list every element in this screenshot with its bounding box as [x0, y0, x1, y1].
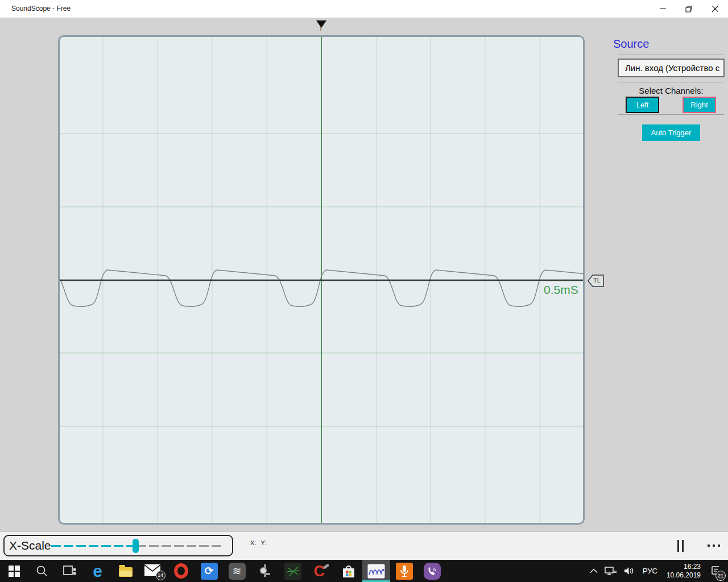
taskbar-item-file-explorer[interactable]	[111, 560, 139, 582]
taskbar-item-voice-recorder[interactable]	[390, 560, 418, 582]
tray-volume-button[interactable]	[621, 560, 638, 582]
chevron-up-icon	[590, 568, 598, 573]
taskbar-item-globe-app[interactable]: ≋	[223, 560, 251, 582]
taskbar-item-edge[interactable]: e	[84, 560, 111, 582]
notification-center-button[interactable]: 21	[708, 564, 722, 579]
shareit-icon: ⟳	[201, 563, 218, 580]
task-view-icon	[63, 566, 76, 577]
pause-icon	[677, 540, 679, 552]
language-indicator[interactable]: РУС	[638, 560, 662, 582]
close-icon	[712, 6, 718, 12]
right-channel-button[interactable]: Right	[682, 97, 716, 113]
cursor-coordinates: X:Y:	[250, 539, 271, 546]
pause-button[interactable]	[677, 540, 686, 552]
taskbar-clock[interactable]: 16:23 10.06.2019	[662, 560, 705, 582]
opera-browser-icon	[174, 563, 188, 579]
ms-store-icon	[341, 563, 356, 579]
more-options-icon	[708, 544, 710, 547]
taskbar-item-opera[interactable]	[167, 560, 195, 582]
y-coordinate-label: Y:	[260, 539, 266, 546]
time-per-division-label: 0.5mS	[544, 283, 578, 297]
clock-date: 10.06.2019	[667, 571, 701, 580]
trigger-level-tag-label: TL	[593, 277, 601, 284]
audio-device-value: Лин. вход (Устройство с	[619, 63, 719, 73]
more-options-icon	[718, 544, 720, 547]
glitch-app-icon	[284, 563, 301, 580]
title-bar: SoundScope - Free	[0, 0, 728, 18]
panel-divider	[618, 114, 724, 115]
restore-icon	[685, 6, 692, 13]
voice-recorder-icon	[396, 563, 413, 580]
speaker-icon	[624, 567, 635, 575]
taskbar-item-viber[interactable]	[418, 560, 446, 582]
start-button[interactable]	[0, 560, 28, 582]
viber-icon	[424, 563, 441, 580]
application-window: SoundScope - Free T 0.5mS TL So	[0, 0, 728, 582]
tray-network-button[interactable]	[601, 560, 621, 582]
system-tray: РУС 16:23 10.06.2019 21	[586, 560, 728, 582]
taskbar-item-shareit[interactable]: ⟳	[195, 560, 223, 582]
bottom-control-bar: X-Scale X:Y:	[0, 531, 728, 560]
taskbar-item-soundscope-active[interactable]	[362, 560, 390, 582]
slider-track-filled	[51, 545, 136, 547]
slider-track-rest	[136, 545, 222, 547]
taskbar: e 14 ⟳ ≋	[0, 560, 728, 582]
close-button[interactable]	[702, 0, 728, 18]
edge-browser-icon: e	[93, 563, 102, 580]
x-coordinate-label: X:	[250, 539, 256, 546]
oscilloscope-trace	[60, 37, 583, 523]
minimize-icon	[660, 6, 666, 12]
taskbar-item-ms-store[interactable]	[334, 560, 362, 582]
notification-count-badge: 21	[715, 571, 726, 581]
oscilloscope-display: 0.5mS	[58, 35, 585, 525]
windows-logo-icon	[9, 566, 20, 577]
task-view-button[interactable]	[56, 560, 84, 582]
soundscope-app-icon	[367, 564, 385, 579]
pause-icon	[682, 540, 684, 552]
panel-divider	[618, 82, 724, 82]
file-explorer-icon	[119, 567, 133, 577]
taskbar-item-ccleaner[interactable]: C	[307, 560, 334, 582]
audio-device-combobox[interactable]: Лин. вход (Устройство с	[618, 59, 725, 77]
x-scale-panel: X-Scale	[3, 535, 233, 556]
ccleaner-icon: C	[312, 563, 329, 580]
auto-trigger-button[interactable]: Auto Trigger	[642, 124, 700, 141]
left-channel-button[interactable]: Left	[626, 97, 659, 113]
tool-app-icon	[259, 563, 271, 579]
trigger-level-icon[interactable]: TL	[588, 274, 605, 288]
window-title: SoundScope - Free	[11, 5, 71, 13]
x-scale-label: X-Scale	[9, 539, 51, 552]
x-scale-slider-thumb[interactable]	[133, 539, 139, 553]
globe-app-icon: ≋	[229, 563, 246, 580]
clock-time: 16:23	[667, 563, 701, 571]
taskbar-search-button[interactable]	[28, 560, 56, 582]
source-panel-title: Source	[613, 38, 649, 51]
taskbar-item-tool-app[interactable]	[251, 560, 279, 582]
taskbar-item-mail[interactable]: 14	[139, 560, 167, 582]
taskbar-item-glitch-app[interactable]	[279, 560, 307, 582]
minimize-button[interactable]	[650, 0, 676, 18]
more-options-icon	[713, 544, 715, 547]
search-icon	[36, 565, 48, 577]
trigger-position-label: T	[319, 26, 322, 32]
tray-chevron-button[interactable]	[586, 560, 601, 582]
select-channels-label: Select Channels:	[618, 86, 724, 95]
network-icon	[605, 567, 617, 576]
more-options-button[interactable]	[708, 544, 722, 549]
mail-unread-badge: 14	[156, 571, 166, 580]
restore-button[interactable]	[676, 0, 702, 18]
panel-divider	[618, 55, 724, 55]
